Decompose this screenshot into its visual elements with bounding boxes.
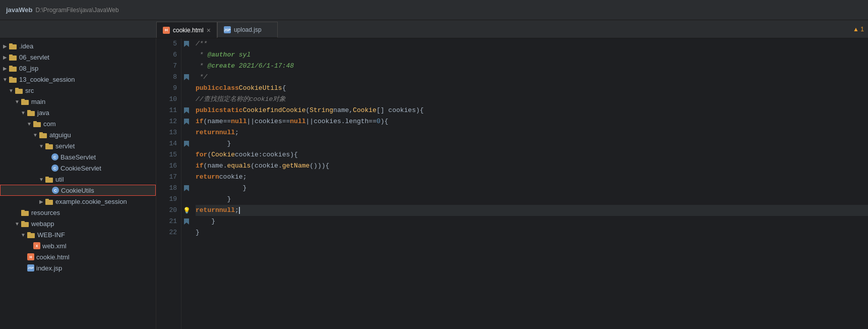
- sidebar-item-atguigu[interactable]: ▼atguigu: [0, 129, 156, 140]
- svg-marker-34: [184, 141, 189, 147]
- tree-arrow-icon: ▼: [2, 76, 8, 82]
- sidebar-item-webapp[interactable]: ▼webapp: [0, 218, 156, 229]
- sidebar-item-cookie-html[interactable]: Hcookie.html: [0, 251, 156, 262]
- sidebar-item-label: CookieUtils: [61, 187, 94, 194]
- gutter-cell: [181, 149, 192, 160]
- svg-rect-7: [9, 77, 13, 79]
- sidebar-item-label: com: [43, 120, 56, 128]
- tab-close-cookie[interactable]: ×: [207, 26, 211, 34]
- svg-rect-1: [9, 43, 13, 45]
- sidebar-item-baseservlet[interactable]: CBaseServlet: [0, 151, 156, 162]
- bulb-icon: 💡: [183, 207, 191, 214]
- svg-rect-15: [33, 121, 37, 123]
- code-line: return null;: [196, 127, 868, 138]
- gutter-cell: [181, 172, 192, 183]
- title-path: D:\ProgramFiles\java\JavaWeb: [36, 7, 119, 14]
- gutter-cell: [181, 227, 192, 238]
- sidebar-item-cookieservlet[interactable]: CCookieServlet: [0, 162, 156, 174]
- gutter-cell: [181, 127, 192, 138]
- gutter-cell: [181, 116, 192, 127]
- folder-icon: [45, 142, 53, 149]
- tab-cookie-html[interactable]: H cookie.html ×: [156, 22, 217, 38]
- sidebar-item-label: src: [25, 87, 34, 94]
- jsp-file-icon: JSP: [224, 26, 231, 33]
- gutter-cell: [181, 61, 192, 72]
- code-line: * @author syl: [196, 49, 868, 61]
- svg-rect-27: [21, 221, 25, 223]
- line-number: 9: [162, 83, 177, 94]
- svg-rect-11: [21, 99, 25, 101]
- tree-arrow-icon: ▼: [26, 121, 32, 127]
- code-line: if(name.equals(cookie.getName())){: [196, 160, 868, 172]
- code-line: */: [196, 72, 868, 83]
- gutter-cell: [181, 216, 192, 227]
- tree-arrow-icon: ▼: [14, 98, 20, 104]
- sidebar-item-label: 06_servlet: [19, 53, 49, 61]
- sidebar-item-13-cookie-session[interactable]: ▼13_cookie_session: [0, 74, 156, 85]
- folder-icon: [9, 65, 17, 72]
- app-name: javaWeb: [6, 6, 33, 14]
- warning-badge: ▲ 1: [853, 26, 864, 33]
- sidebar-item-label: CookieServlet: [60, 164, 101, 172]
- gutter-cell: [181, 38, 192, 49]
- folder-icon: [15, 87, 23, 94]
- line-number: 17: [162, 172, 177, 183]
- folder-icon: [45, 198, 53, 205]
- sidebar-item--idea[interactable]: ▶.idea: [0, 40, 156, 51]
- sidebar-item-util[interactable]: ▼util: [0, 174, 156, 185]
- gutter-cell: [181, 105, 192, 116]
- line-number: 5: [162, 38, 177, 49]
- line-number: 20: [162, 205, 177, 216]
- line-number: 22: [162, 227, 177, 238]
- sidebar-item-web-xml[interactable]: Xweb.xml: [0, 240, 156, 251]
- sidebar[interactable]: ▶.idea▶06_servlet▶08_jsp▼13_cookie_sessi…: [0, 38, 156, 329]
- sidebar-item-src[interactable]: ▼src: [0, 85, 156, 96]
- line-number: 7: [162, 61, 177, 72]
- sidebar-item-example-cookie-session[interactable]: ▶example.cookie_session: [0, 196, 156, 207]
- sidebar-item-main[interactable]: ▼main: [0, 96, 156, 107]
- tree-arrow-icon: ▼: [20, 232, 26, 238]
- sidebar-item-label: WEB-INF: [37, 231, 65, 239]
- code-line: return null;: [196, 205, 868, 216]
- tab-upload-jsp[interactable]: JSP upload.jsp: [217, 22, 278, 38]
- svg-rect-3: [9, 54, 13, 57]
- folder-icon: [21, 209, 29, 216]
- line-number: 18: [162, 183, 177, 194]
- gutter-cell: [181, 83, 192, 94]
- code-line: }: [196, 138, 868, 149]
- folder-icon: [21, 220, 29, 227]
- sidebar-item-label: 13_cookie_session: [19, 76, 75, 83]
- folder-icon: [21, 98, 29, 105]
- sidebar-item-web-inf[interactable]: ▼WEB-INF: [0, 229, 156, 240]
- svg-marker-35: [184, 185, 189, 191]
- sidebar-item-label: index.jsp: [36, 264, 62, 272]
- sidebar-item-08-jsp[interactable]: ▶08_jsp: [0, 63, 156, 74]
- gutter-cell: 💡: [181, 205, 192, 216]
- svg-rect-23: [45, 199, 49, 201]
- tree-arrow-icon: ▼: [8, 87, 14, 93]
- sidebar-item-index-jsp[interactable]: JSPindex.jsp: [0, 262, 156, 273]
- sidebar-item-06-servlet[interactable]: ▶06_servlet: [0, 51, 156, 63]
- tree-arrow-icon: ▶: [2, 65, 8, 71]
- sidebar-item-resources[interactable]: resources: [0, 207, 156, 218]
- xml-file-icon: X: [33, 242, 40, 249]
- code-lines[interactable]: /** * @author syl * @create 2021/6/1-17:…: [192, 38, 868, 329]
- code-editor: 5678910111213141516171819202122 💡 /** * …: [156, 38, 868, 329]
- sidebar-item-cookieutils[interactable]: CCookieUtils: [0, 185, 156, 196]
- sidebar-item-label: atguigu: [49, 131, 71, 139]
- java-class-icon: C: [51, 164, 58, 172]
- sidebar-item-com[interactable]: ▼com: [0, 118, 156, 129]
- line-number: 8: [162, 72, 177, 83]
- html-file-icon: H: [27, 253, 34, 260]
- tab-bar: H cookie.html × JSP upload.jsp ▲ 1: [0, 20, 868, 38]
- svg-marker-33: [184, 119, 189, 125]
- sidebar-item-label: webapp: [31, 220, 54, 228]
- folder-icon: [27, 109, 35, 116]
- sidebar-item-java[interactable]: ▼java: [0, 107, 156, 118]
- code-line: /**: [196, 38, 868, 49]
- sidebar-item-label: example.cookie_session: [55, 198, 127, 205]
- line-number: 13: [162, 127, 177, 138]
- sidebar-item-servlet[interactable]: ▼servlet: [0, 140, 156, 151]
- folder-icon: [9, 53, 17, 61]
- line-numbers: 5678910111213141516171819202122: [156, 38, 181, 329]
